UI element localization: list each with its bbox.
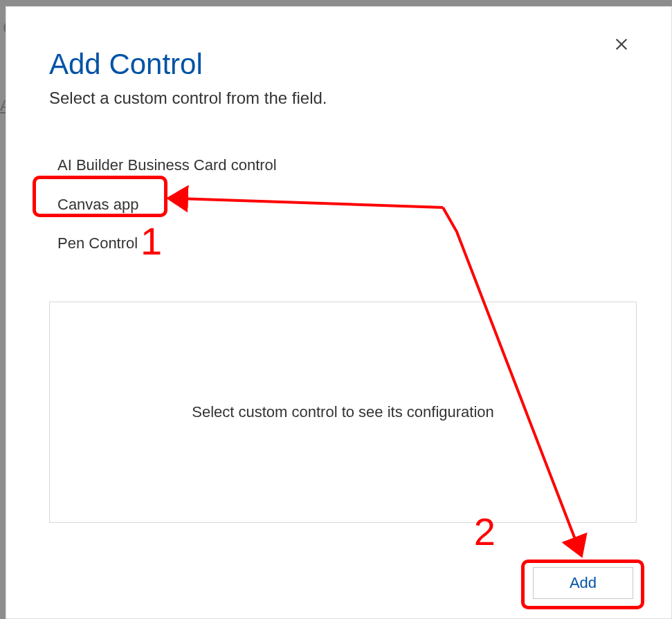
control-item-canvas-app[interactable]: Canvas app xyxy=(42,185,319,225)
dialog-header: Add Control Select a custom control from… xyxy=(6,7,671,108)
configuration-placeholder: Select custom control to see its configu… xyxy=(192,403,494,421)
configuration-panel: Select custom control to see its configu… xyxy=(49,302,637,523)
dialog-footer: Add xyxy=(533,567,633,599)
control-item-label: Canvas app xyxy=(57,196,138,213)
control-item-ai-builder[interactable]: AI Builder Business Card control xyxy=(42,146,319,185)
control-item-label: AI Builder Business Card control xyxy=(57,156,277,174)
add-button[interactable]: Add xyxy=(533,567,633,599)
dialog-title: Add Control xyxy=(49,48,628,80)
dialog-subtitle: Select a custom control from the field. xyxy=(49,89,628,108)
control-item-pen-control[interactable]: Pen Control xyxy=(42,224,319,264)
add-control-dialog: Add Control Select a custom control from… xyxy=(6,6,672,619)
close-button[interactable] xyxy=(608,31,635,59)
close-icon xyxy=(614,37,629,54)
control-item-label: Pen Control xyxy=(57,234,138,252)
control-list: AI Builder Business Card control Canvas … xyxy=(42,146,319,264)
